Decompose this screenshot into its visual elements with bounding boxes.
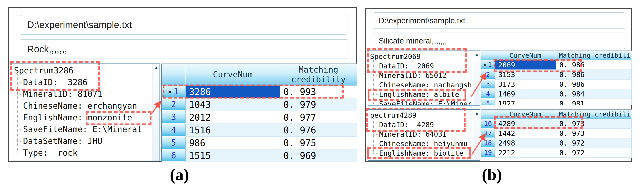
table-row[interactable]: 5 986 0. 975	[162, 137, 357, 149]
results-table-a: CurveNum Matching credibility ▶1 3286 0.…	[161, 64, 357, 162]
curvenum-cell[interactable]: 2012	[186, 111, 280, 124]
table-row[interactable]: 17 1442 0. 973	[482, 129, 632, 138]
row-number: 5	[486, 100, 490, 105]
category-text-a: Rock,,,,,,,	[27, 44, 67, 55]
tree-scrollbar[interactable]: ▲	[474, 51, 480, 105]
file-path-text-b: D:\experiment\sample.txt	[379, 16, 465, 25]
curvenum-cell[interactable]: 1043	[186, 98, 280, 111]
table-row[interactable]: 4 1516 0. 976	[162, 124, 357, 137]
table-row[interactable]: 19 2212 0. 972	[482, 148, 632, 158]
scroll-up-icon[interactable]: ▲	[153, 64, 160, 70]
row-number: 6	[171, 151, 176, 160]
table-row[interactable]: 2 1043 0. 979	[162, 98, 357, 111]
tree-scrollbar[interactable]: ▲	[474, 110, 480, 160]
figure-label-a: (a)	[155, 165, 204, 184]
file-path-input-a[interactable]: D:\experiment\sample.txt	[20, 15, 348, 35]
scroll-up-icon[interactable]: ▲	[474, 51, 480, 57]
row-number: 3	[171, 112, 176, 122]
tree-node-chinesename[interactable]: ChineseName: nachangsh	[368, 80, 472, 90]
credibility-cell[interactable]: 0. 976	[280, 124, 357, 137]
annotation-box-row1-a	[162, 85, 344, 99]
table-row[interactable]: 3 2012 0. 977	[162, 111, 357, 124]
row-number: 3	[486, 80, 490, 88]
row-number: 4	[171, 125, 176, 135]
annotation-box-row16-b-bottom	[494, 116, 583, 129]
file-path-text-a: D:\experiment\sample.txt	[27, 19, 132, 30]
curvenum-cell[interactable]: 1515	[186, 149, 280, 162]
credibility-cell[interactable]: 0. 981	[556, 99, 632, 105]
category-input-a[interactable]: Rock,,,,,,,	[20, 39, 348, 59]
credibility-cell[interactable]: 0. 979	[280, 98, 357, 111]
header-matching-credibility[interactable]: Matching credibility	[556, 51, 632, 60]
annotation-box-monzonite	[86, 111, 152, 125]
curvenum-cell[interactable]: 1469	[495, 89, 556, 99]
credibility-cell[interactable]: 0. 969	[280, 149, 357, 162]
table-row[interactable]: 5 1927 0. 981	[482, 99, 632, 105]
credibility-cell[interactable]: 0. 984	[556, 89, 632, 99]
row-number: 1	[488, 61, 492, 69]
credibility-cell[interactable]: 0. 977	[280, 111, 357, 124]
credibility-cell[interactable]: 0. 973	[556, 129, 632, 138]
figure-canvas: { "icons": { "scroll_up": "▲", "row_mark…	[0, 0, 644, 188]
header-curvenum[interactable]: CurveNum	[186, 64, 280, 85]
annotation-box-spectrum-b-bottom	[366, 108, 466, 132]
tree-node-chinesename[interactable]: ChineseName: erchangyan	[12, 100, 152, 112]
selected-row-marker-icon: ▶	[484, 62, 487, 67]
curvenum-cell[interactable]: 2498	[495, 138, 556, 148]
row-number: 4	[486, 90, 490, 98]
row-number: 17	[484, 129, 492, 137]
row-number: 2	[486, 71, 490, 78]
row-number: 18	[484, 139, 492, 147]
header-rownum	[482, 51, 495, 60]
header-rownum	[482, 110, 495, 118]
row-number: 5	[171, 138, 176, 147]
credibility-cell[interactable]: 0. 986	[556, 80, 632, 89]
annotation-box-spectrum-b-top	[367, 48, 466, 73]
credibility-cell[interactable]: 0. 972	[556, 148, 632, 158]
category-text-b: Silicate mineral,,,,,,,	[379, 37, 447, 45]
header-curvenum[interactable]: CurveNum	[495, 51, 556, 60]
annotation-box-biotite	[367, 147, 471, 159]
credibility-cell[interactable]: 0. 972	[556, 138, 632, 148]
file-path-input-b[interactable]: D:\experiment\sample.txt	[373, 12, 625, 29]
table-row[interactable]: 3 3173 0. 986	[482, 80, 632, 89]
header-rownum	[162, 64, 186, 85]
table-row[interactable]: 18 2498 0. 972	[482, 138, 632, 148]
annotation-box-albite	[368, 89, 466, 101]
row-number: 16	[484, 120, 492, 127]
annotation-box-row1-b-top	[494, 59, 582, 72]
row-number: 2	[171, 100, 176, 109]
category-input-b[interactable]: Silicate mineral,,,,,,,	[373, 33, 625, 49]
tree-node-datasetname[interactable]: DataSetName: JHU	[12, 135, 152, 147]
row-number: 19	[484, 149, 492, 156]
table-row[interactable]: 4 1469 0. 984	[482, 89, 632, 99]
credibility-cell[interactable]: 0. 975	[280, 137, 357, 149]
curvenum-cell[interactable]: 1516	[186, 124, 280, 137]
curvenum-cell[interactable]: 986	[186, 137, 280, 149]
panel-b: D:\experiment\sample.txt Silicate minera…	[365, 8, 632, 162]
tree-node-type[interactable]: Type: rock	[12, 147, 152, 159]
curvenum-cell[interactable]: 2212	[495, 148, 556, 158]
table-header-a: CurveNum Matching credibility	[162, 64, 357, 86]
scroll-up-icon[interactable]: ▲	[474, 110, 480, 116]
figure-label-b: (b)	[467, 165, 516, 184]
header-matching-credibility[interactable]: Matching credibility	[280, 64, 357, 85]
curvenum-cell[interactable]: 1442	[495, 129, 556, 138]
curvenum-cell[interactable]: 3173	[495, 80, 556, 89]
annotation-box-spectrum-a	[10, 61, 100, 91]
table-row[interactable]: 6 1515 0. 969	[162, 149, 357, 162]
curvenum-cell[interactable]: 1927	[495, 99, 556, 105]
tree-scrollbar[interactable]: ▲	[152, 64, 160, 160]
